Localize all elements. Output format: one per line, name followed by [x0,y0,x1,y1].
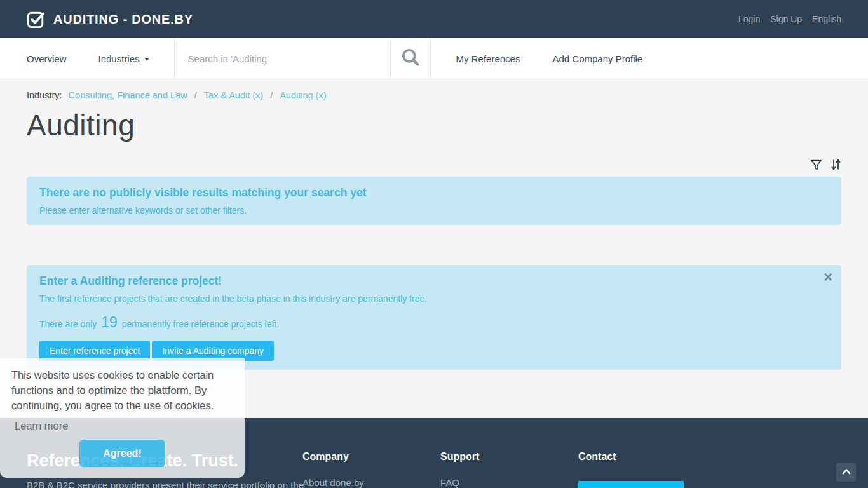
no-results-body: Please enter alternative keywords or set… [39,205,829,215]
nav-my-references[interactable]: My References [456,38,520,79]
promo-alert: × Enter a Auditing reference project! Th… [27,265,841,370]
promo-count-suffix: permanently free reference projects left… [122,319,279,329]
footer-link-faq[interactable]: FAQ [440,477,479,488]
breadcrumb: Industry: Consulting, Finance and Law / … [27,79,841,100]
footer-contact-heading: Contact [578,451,616,463]
learn-more-link[interactable]: Learn more [15,420,68,432]
signup-link[interactable]: Sign Up [770,14,802,24]
magnifier-icon [400,46,421,71]
page-title: Auditing [27,108,841,142]
results-toolbar [27,158,841,172]
footer-column-company: Company About done.by [302,451,364,488]
footer-tagline-text: B2B & B2C service providers present thei… [27,480,304,488]
promo-heading: Enter a Auditing reference project! [39,274,829,288]
header: AUDITING - DONE.BY Login Sign Up English [0,0,868,38]
footer-column-support: Support FAQ [440,451,479,488]
language-link[interactable]: English [812,14,841,24]
close-icon[interactable]: × [824,270,832,285]
login-link[interactable]: Login [738,14,760,24]
scroll-to-top-button[interactable] [836,463,856,482]
promo-count-line: There are only 19 permanently free refer… [39,314,829,331]
promo-count-prefix: There are only [39,319,97,329]
breadcrumb-separator: / [270,90,273,100]
footer-support-heading: Support [440,451,479,463]
breadcrumb-link-industry-group[interactable]: Consulting, Finance and Law [69,90,187,100]
no-results-heading: There are no publicly visible results ma… [39,186,829,200]
footer-company-heading: Company [302,451,364,463]
sort-arrows-icon[interactable] [831,158,841,171]
breadcrumb-separator: / [194,90,197,100]
chevron-down-icon [144,58,149,61]
funnel-icon[interactable] [810,159,822,171]
breadcrumb-link-auditing[interactable]: Auditing (x) [280,90,326,100]
chevron-up-icon [841,466,851,478]
search-section [174,38,390,79]
cookie-notice-text: This website uses cookies to enable cert… [11,367,233,413]
navbar: Overview Industries My References Add Co… [0,38,868,79]
site-logo[interactable]: AUDITING - DONE.BY [27,10,193,29]
promo-line1: The first reference projects that are cr… [39,294,829,304]
footer-column-contact: Contact done.by [578,451,616,463]
search-input[interactable] [175,53,390,64]
footer-link-about[interactable]: About done.by [302,477,364,488]
search-button[interactable] [390,38,431,79]
nav-add-company-profile[interactable]: Add Company Profile [552,38,642,79]
main-content: Industry: Consulting, Finance and Law / … [0,79,868,370]
agreed-button[interactable]: Agreed! [79,440,165,467]
nav-overview[interactable]: Overview [27,38,67,79]
promo-count: 19 [99,314,119,330]
breadcrumb-link-tax-audit[interactable]: Tax & Audit (x) [204,90,263,100]
check-square-icon [27,10,45,29]
doneby-logo: done.by [578,481,684,488]
breadcrumb-label: Industry: [27,90,62,100]
site-title: AUDITING - DONE.BY [53,12,193,27]
nav-industries-label: Industries [98,53,140,64]
cookie-notice: This website uses cookies to enable cert… [0,358,245,478]
nav-industries-dropdown[interactable]: Industries [98,38,149,79]
header-links: Login Sign Up English [738,14,841,24]
no-results-alert: There are no publicly visible results ma… [27,177,841,225]
